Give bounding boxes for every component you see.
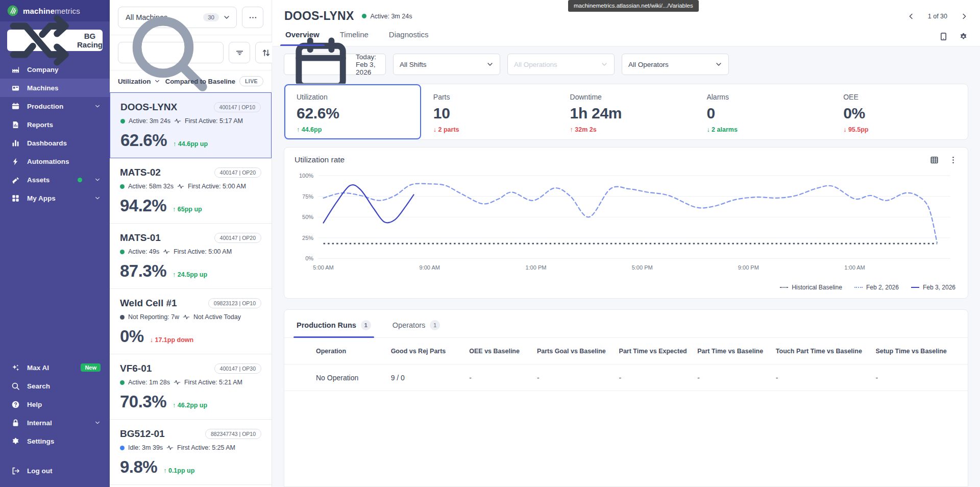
kpi-delta: ↑ 44.6pp (297, 126, 409, 133)
kpi-utilization[interactable]: Utilization 62.6% ↑ 44.6pp (284, 84, 421, 139)
activity-icon (174, 379, 181, 386)
tab-operators[interactable]: Operators1 (389, 318, 443, 337)
runs-tab-label: Production Runs (297, 321, 356, 329)
chevron-right-icon (961, 13, 968, 20)
kpi-label: Downtime (570, 93, 682, 101)
machine-status-dot (120, 446, 125, 450)
machine-status-text: Active: 1m 28s (128, 379, 170, 386)
sidebar-item-logout[interactable]: Log out (0, 461, 110, 480)
table-cell: - (537, 374, 619, 382)
machine-card-mats-01[interactable]: MATS-01 400147 | OP20 Active: 49s First … (110, 224, 272, 289)
org-switcher-button[interactable]: BG Racing (7, 30, 103, 51)
runs-tabs: Production Runs1Operators1 (284, 312, 968, 338)
sidebar-item-machines[interactable]: Machines (0, 79, 110, 97)
chart-table-view-button[interactable] (930, 156, 939, 164)
machine-card-mats-02[interactable]: MATS-02 400147 | OP20 Active: 58m 32s Fi… (110, 158, 272, 224)
activity-icon (183, 313, 190, 321)
svg-text:5:00 AM: 5:00 AM (313, 264, 333, 271)
machine-status-text: Active: 3m 24s (129, 117, 170, 125)
kpi-alarms[interactable]: Alarms 0 ↓ 2 alarms (694, 84, 831, 139)
kpi-value: 0 (706, 105, 819, 122)
machine-utilization-delta: ↑ 46.2pp up (173, 402, 207, 409)
svg-text:100%: 100% (299, 173, 313, 179)
machine-utilization-value: 9.8% (120, 457, 157, 477)
kpi-oee[interactable]: OEE 0% ↓ 95.5pp (831, 84, 968, 139)
machine-first-active: Not Active Today (193, 313, 241, 321)
kpi-delta: ↓ 2 alarms (706, 126, 819, 133)
machine-utilization-value: 87.3% (120, 261, 166, 281)
lightning-icon (11, 157, 20, 166)
sidebar-item-label: Production (27, 103, 63, 110)
machine-status: Active: 3m 24s (362, 13, 412, 20)
column-header: Operation (316, 348, 391, 355)
sparkles-icon (11, 363, 20, 372)
chevron-down-icon (223, 14, 230, 21)
sidebar-item-label: Search (27, 382, 50, 390)
machine-name: VF6-01 (120, 363, 214, 374)
operations-filter-label: All Operations (514, 61, 596, 68)
column-header: Part Time vs Baseline (697, 348, 776, 355)
sidebar-item-reports[interactable]: Reports (0, 115, 110, 134)
tab-timeline[interactable]: Timeline (339, 30, 370, 46)
machine-name: MATS-01 (120, 232, 214, 243)
sidebar-item-label: Automations (27, 158, 69, 165)
sidebar-item-search[interactable]: Search (0, 377, 110, 395)
sidebar-item-my-apps[interactable]: My Apps (0, 189, 110, 207)
prev-machine-button[interactable] (908, 13, 915, 20)
shifts-filter[interactable]: All Shifts (393, 54, 500, 75)
table-row[interactable]: No Operation9 / 0------ (284, 364, 968, 391)
machine-card-bg512-01[interactable]: BG512-01 882347743 | OP10 Idle: 3m 39s F… (110, 420, 272, 485)
table-cell: No Operation (316, 374, 391, 382)
operations-filter[interactable]: All Operations (507, 54, 615, 75)
machine-filter-button[interactable] (229, 42, 250, 63)
device-view-button[interactable] (939, 32, 948, 41)
machine-utilization-delta: ↑ 24.5pp up (173, 271, 207, 278)
kpi-value: 62.6% (297, 105, 409, 122)
machine-card-weld-cell-1[interactable]: Weld Cell #1 09823123 | OP10 Not Reporti… (110, 289, 272, 354)
sidebar-item-company[interactable]: Company (0, 60, 110, 79)
machine-list-menu-button[interactable] (242, 7, 263, 28)
machine-settings-button[interactable] (959, 32, 968, 41)
filters-row: Today: Feb 3, 2026 All Shifts All Operat… (284, 54, 968, 75)
kpi-delta: ↓ 2 parts (433, 126, 546, 133)
machine-status-text: Active: 58m 32s (128, 183, 174, 190)
runs-tab-count: 1 (361, 320, 371, 330)
compared-to-baseline-label: Compared to Baseline (165, 78, 235, 85)
chevron-down-icon (601, 61, 608, 68)
machine-name: Weld Cell #1 (120, 298, 208, 309)
kpi-parts[interactable]: Parts 10 ↓ 2 parts (421, 84, 558, 139)
svg-text:5:00 PM: 5:00 PM (632, 264, 653, 271)
machine-utilization-value: 94.2% (120, 196, 166, 215)
machine-name: MATS-02 (120, 167, 214, 178)
tab-overview[interactable]: Overview (284, 30, 321, 46)
machine-card-doos-lynx[interactable]: DOOS-LYNX 400147 | OP10 Active: 3m 24s F… (110, 92, 272, 158)
sidebar-item-max-ai[interactable]: Max AI New (0, 358, 110, 377)
machine-card-vf6-01[interactable]: VF6-01 400147 | OP30 Active: 1m 28s Firs… (110, 354, 272, 420)
machine-status-dot (120, 184, 125, 189)
filter-icon (235, 48, 244, 57)
sidebar-item-settings[interactable]: Settings (0, 432, 110, 450)
kpi-downtime[interactable]: Downtime 1h 24m ↑ 32m 2s (558, 84, 695, 139)
sidebar-footer-nav: Max AI New Search Help Internal Settings (0, 358, 110, 450)
machine-status-dot (120, 119, 125, 124)
assets-status-dot (78, 178, 82, 182)
main-panel: DOOS-LYNX Active: 3m 24s 1 of 30 Overvie… (272, 0, 980, 487)
tab-production-runs[interactable]: Production Runs1 (293, 318, 374, 337)
sidebar-item-dashboards[interactable]: Dashboards (0, 134, 110, 152)
activity-icon (166, 444, 174, 451)
sidebar-item-internal[interactable]: Internal (0, 413, 110, 432)
operators-filter[interactable]: All Operators (622, 54, 729, 75)
machine-status-text: Not Reporting: 7w (128, 313, 179, 321)
sidebar-item-assets[interactable]: Assets (0, 171, 110, 189)
chart-menu-button[interactable] (949, 156, 958, 164)
sidebar-item-help[interactable]: Help (0, 395, 110, 413)
machine-id-badge: 400147 | OP20 (214, 233, 261, 243)
table-cell: - (469, 374, 537, 382)
tab-diagnostics[interactable]: Diagnostics (388, 30, 430, 46)
next-machine-button[interactable] (961, 13, 968, 20)
chart-legend: Historical BaselineFeb 2, 2026Feb 3, 202… (295, 279, 958, 293)
date-filter[interactable]: Today: Feb 3, 2026 (284, 54, 386, 75)
sidebar-item-production[interactable]: Production (0, 97, 110, 115)
sort-metric-dropdown[interactable]: Utilization (118, 78, 160, 85)
sidebar-item-automations[interactable]: Automations (0, 152, 110, 171)
